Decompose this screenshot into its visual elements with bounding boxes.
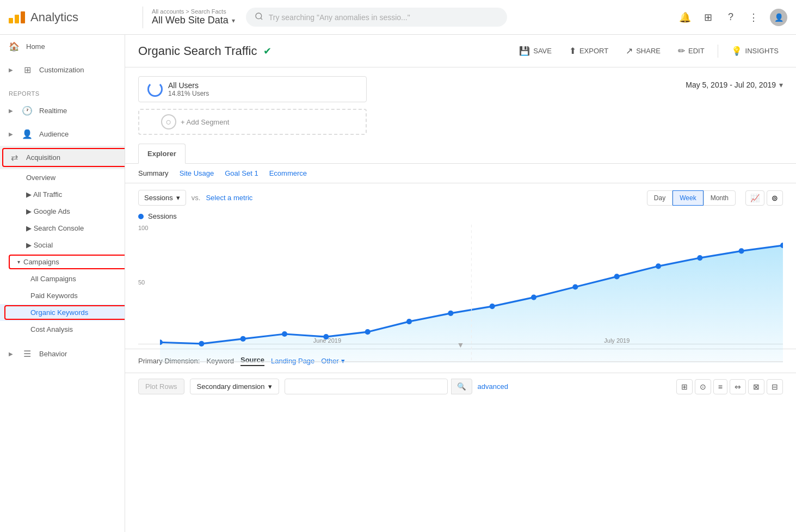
svg-point-13 xyxy=(614,274,620,279)
edit-button[interactable]: ✏ EDIT xyxy=(674,44,709,58)
share-button[interactable]: ↗ SHARE xyxy=(621,44,665,58)
table-search-input[interactable] xyxy=(285,379,448,394)
sidebar-sub-all-campaigns[interactable]: All Campaigns xyxy=(0,270,125,287)
more-icon[interactable]: ⋮ xyxy=(747,11,760,24)
expand-arrow-google-ads: ▶ xyxy=(26,207,32,215)
performance-view-icon[interactable]: ≡ xyxy=(713,379,727,394)
header-icons: 🔔 ⊞ ? ⋮ 👤 xyxy=(678,9,787,26)
segment-circle xyxy=(147,82,163,97)
sidebar-item-realtime[interactable]: ▶ 🕐 Realtime xyxy=(0,99,125,122)
advanced-link[interactable]: advanced xyxy=(478,382,508,391)
account-selector[interactable]: All Web Site Data ▾ xyxy=(152,15,235,26)
logo-bar-2 xyxy=(15,15,19,23)
tab-site-usage[interactable]: Site Usage xyxy=(180,169,214,177)
svg-point-14 xyxy=(656,263,661,269)
save-button[interactable]: 💾 SAVE xyxy=(515,44,556,58)
add-segment-label: + Add Segment xyxy=(181,118,229,126)
sidebar-item-behavior[interactable]: ▶ ☰ Behavior xyxy=(0,342,125,366)
x-label-july: July 2019 xyxy=(604,337,630,344)
pie-view-icon[interactable]: ⊙ xyxy=(695,379,711,394)
sidebar-sub-google-ads[interactable]: ▶ Google Ads xyxy=(0,203,125,220)
logo-area: Analytics xyxy=(9,10,134,24)
line-chart-icon[interactable]: 📈 xyxy=(745,190,764,206)
insights-button[interactable]: 💡 INSIGHTS xyxy=(727,44,783,58)
edit-icon: ✏ xyxy=(678,46,685,56)
tab-summary[interactable]: Summary xyxy=(138,169,169,177)
help-icon[interactable]: ? xyxy=(724,11,737,24)
sidebar-sub-campaigns[interactable]: ▾ Campaigns xyxy=(0,253,125,270)
explorer-tab[interactable]: Explorer xyxy=(138,144,186,164)
sidebar-sub-paid-keywords[interactable]: Paid Keywords xyxy=(0,287,125,304)
pivot-view-icon[interactable]: ⊠ xyxy=(748,379,764,394)
secondary-dimension-select[interactable]: Secondary dimension ▾ xyxy=(190,379,279,394)
scatter-chart-icon[interactable]: ⊚ xyxy=(767,190,783,206)
svg-point-8 xyxy=(406,319,412,324)
sidebar-sub-organic-keywords[interactable]: Organic Keywords xyxy=(0,304,125,321)
notifications-icon[interactable]: 🔔 xyxy=(678,11,692,24)
share-icon: ↗ xyxy=(626,46,633,56)
add-segment-icon: ○ xyxy=(161,114,176,129)
segment-name: All Users xyxy=(168,81,209,90)
sidebar-sub-overview[interactable]: Overview xyxy=(0,169,125,186)
svg-point-7 xyxy=(365,329,371,335)
legend-label: Sessions xyxy=(148,212,177,220)
sidebar-item-acquisition[interactable]: ⇄ Acquisition xyxy=(0,146,125,169)
lifetime-view-icon[interactable]: ⊟ xyxy=(767,379,783,394)
logo-bar-3 xyxy=(21,11,25,23)
chart-y-axis: 100 50 xyxy=(138,225,148,333)
table-view-icon[interactable]: ⊞ xyxy=(676,379,693,394)
svg-point-10 xyxy=(490,304,495,309)
sidebar-item-customization[interactable]: ▶ ⊞ Customization xyxy=(0,58,125,82)
select-metric-link[interactable]: Select a metric xyxy=(206,194,252,202)
analytics-title: Analytics xyxy=(30,10,78,24)
apps-icon[interactable]: ⊞ xyxy=(701,11,714,24)
plot-rows-button[interactable]: Plot Rows xyxy=(138,379,184,394)
table-search-button[interactable]: 🔍 xyxy=(451,379,472,394)
content-area: Organic Search Traffic ✔ 💾 SAVE ⬆ EXPORT… xyxy=(125,35,796,532)
collapse-chart-icon[interactable]: ▼ xyxy=(457,341,465,349)
tab-goal-set[interactable]: Goal Set 1 xyxy=(225,169,258,177)
sessions-dropdown[interactable]: Sessions ▾ xyxy=(138,190,186,206)
expand-arrow-audience: ▶ xyxy=(9,131,13,137)
sidebar-sub-all-traffic[interactable]: ▶ All Traffic xyxy=(0,186,125,203)
report-actions: 💾 SAVE ⬆ EXPORT ↗ SHARE ✏ EDIT 💡 xyxy=(515,44,783,58)
week-button[interactable]: Week xyxy=(672,190,703,206)
sidebar-item-audience[interactable]: ▶ 👤 Audience xyxy=(0,122,125,146)
chart-controls: Sessions ▾ vs. Select a metric Day Week … xyxy=(125,183,796,212)
date-range-selector[interactable]: May 5, 2019 - Jul 20, 2019 ▾ xyxy=(686,76,783,89)
add-segment-button[interactable]: ○ + Add Segment xyxy=(138,109,367,135)
svg-line-1 xyxy=(261,18,262,20)
segments-date-row: All Users 14.81% Users ○ + Add Segment M… xyxy=(125,67,796,144)
expand-arrow-social: ▶ xyxy=(26,241,32,249)
time-buttons: Day Week Month xyxy=(647,190,736,206)
reports-section-label: REPORTS xyxy=(0,82,125,99)
realtime-icon: 🕐 xyxy=(22,106,33,116)
acquisition-section: ⇄ Acquisition 1 xyxy=(0,146,125,169)
all-users-segment[interactable]: All Users 14.81% Users xyxy=(138,76,367,102)
sidebar-sub-social[interactable]: ▶ Social xyxy=(0,237,125,253)
header-divider xyxy=(143,7,143,28)
export-button[interactable]: ⬆ EXPORT xyxy=(565,44,613,58)
avatar[interactable]: 👤 xyxy=(770,9,787,26)
tab-ecommerce[interactable]: Ecommerce xyxy=(269,169,307,177)
dropdown-arrow-icon: ▾ xyxy=(176,194,180,202)
sub-tabs-bar: Summary Site Usage Goal Set 1 Ecommerce xyxy=(125,164,796,183)
month-button[interactable]: Month xyxy=(704,190,736,206)
account-nav: All accounts > Search Facts All Web Site… xyxy=(152,8,235,26)
customization-icon: ⊞ xyxy=(22,65,33,75)
global-search-bar[interactable]: Try searching "Any anomalies in sessio..… xyxy=(246,8,507,27)
comparison-view-icon[interactable]: ⇔ xyxy=(730,379,746,394)
organic-keywords-section: Organic Keywords 3 xyxy=(0,304,125,321)
sidebar-sub-search-console[interactable]: ▶ Search Console xyxy=(0,220,125,237)
home-icon: 🏠 xyxy=(9,41,20,52)
segment-pct: 14.81% Users xyxy=(168,90,209,97)
bottom-bar: Plot Rows Secondary dimension ▾ 🔍 advanc… xyxy=(125,373,796,400)
y-label-50: 50 xyxy=(138,279,148,286)
segment-info: All Users 14.81% Users xyxy=(168,81,209,97)
sidebar-sub-cost-analysis[interactable]: Cost Analysis xyxy=(0,321,125,338)
sidebar-item-home[interactable]: 🏠 Home xyxy=(0,35,125,58)
logo-bar-1 xyxy=(9,18,13,23)
legend-dot xyxy=(138,214,144,219)
export-icon: ⬆ xyxy=(569,46,576,56)
day-button[interactable]: Day xyxy=(647,190,672,206)
